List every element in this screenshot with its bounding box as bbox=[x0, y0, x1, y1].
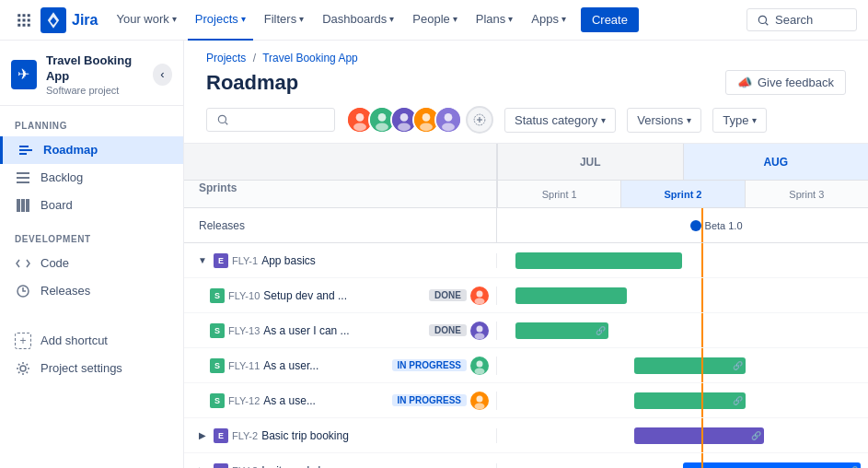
page-title: Roadmap bbox=[206, 71, 298, 95]
app-logo[interactable]: Jira bbox=[41, 7, 98, 33]
sidebar-item-releases[interactable]: Releases bbox=[0, 277, 183, 305]
nav-people[interactable]: People ▾ bbox=[405, 0, 464, 41]
sidebar-item-code[interactable]: Code bbox=[0, 250, 183, 277]
nav-apps[interactable]: Apps ▾ bbox=[524, 0, 573, 41]
row-right-fly3: 🔗 bbox=[497, 453, 868, 468]
svg-point-45 bbox=[475, 298, 485, 304]
breadcrumb-project-link[interactable]: Travel Booking App bbox=[262, 52, 358, 64]
row-right-fly11: 🔗 bbox=[497, 348, 868, 382]
status-badge-done: DONE bbox=[429, 289, 467, 301]
epic-icon: E bbox=[214, 428, 228, 443]
epic-row-fly3[interactable]: ▶ E FLY-3 Invite and share 🔗 bbox=[184, 453, 868, 468]
epic-row-fly1[interactable]: ▼ E FLY-1 App basics bbox=[184, 243, 868, 278]
release-line bbox=[701, 418, 703, 452]
page-header: Projects / Travel Booking App Roadmap 📣 … bbox=[184, 41, 868, 106]
status-category-filter[interactable]: Status category ▾ bbox=[504, 108, 616, 133]
add-avatar-button[interactable] bbox=[466, 106, 493, 134]
nav-projects[interactable]: Projects ▾ bbox=[188, 0, 253, 41]
row-left-fly3: ▶ E FLY-3 Invite and share bbox=[184, 463, 497, 469]
sprint-3: Sprint 3 bbox=[745, 181, 868, 207]
child-row-fly10[interactable]: S FLY-10 Setup dev and ... DONE bbox=[184, 278, 868, 313]
release-line bbox=[701, 243, 703, 277]
svg-rect-12 bbox=[19, 146, 29, 147]
sidebar-item-backlog[interactable]: Backlog bbox=[0, 164, 183, 192]
beta-dot bbox=[690, 220, 701, 231]
row-left-fly13: S FLY-13 As a user I can ... DONE bbox=[184, 322, 497, 340]
toolbar-search[interactable] bbox=[206, 108, 335, 132]
bar-fly2: 🔗 bbox=[634, 427, 764, 444]
roadmap-icon bbox=[17, 142, 34, 158]
sprint-2: Sprint 2 bbox=[620, 181, 744, 207]
release-line bbox=[701, 278, 703, 312]
roadmap-container: JUL AUG Sprints Sprint 1 Sprin bbox=[184, 143, 868, 468]
sidebar-item-project-settings[interactable]: Project settings bbox=[0, 355, 183, 382]
feedback-button[interactable]: 📣 Give feedback bbox=[725, 70, 846, 95]
sprint-label-cell: Sprints bbox=[184, 181, 497, 207]
svg-point-50 bbox=[477, 360, 483, 367]
svg-point-51 bbox=[475, 368, 485, 374]
svg-rect-0 bbox=[17, 14, 20, 17]
beta-release: Beta 1.0 bbox=[690, 220, 743, 231]
type-filter[interactable]: Type ▾ bbox=[712, 108, 767, 133]
story-icon: S bbox=[210, 358, 225, 373]
header-left-spacer bbox=[184, 144, 497, 180]
row-right-fly12: 🔗 bbox=[497, 383, 868, 417]
svg-point-26 bbox=[356, 113, 365, 122]
epic-row-fly2[interactable]: ▶ E FLY-2 Basic trip booking 🔗 bbox=[184, 418, 868, 453]
child-row-fly13[interactable]: S FLY-13 As a user I can ... DONE 🔗 bbox=[184, 313, 868, 348]
bar-fly11: 🔗 bbox=[634, 357, 746, 374]
add-shortcut-button[interactable]: + Add shortcut bbox=[0, 327, 183, 355]
sidebar-collapse-button[interactable]: ‹ bbox=[153, 64, 172, 86]
releases-label: Releases bbox=[184, 208, 497, 242]
release-line bbox=[701, 453, 703, 468]
main-content: Projects / Travel Booking App Roadmap 📣 … bbox=[184, 41, 868, 468]
sidebar-item-board[interactable]: Board bbox=[0, 192, 183, 219]
bar-fly12: 🔗 bbox=[634, 392, 746, 409]
svg-point-39 bbox=[442, 123, 455, 131]
expand-fly3[interactable]: ▶ bbox=[195, 463, 210, 469]
sidebar: ✈ Travel Booking App Software project ‹ … bbox=[0, 41, 184, 468]
bar-fly1 bbox=[515, 252, 682, 269]
month-header-row: JUL AUG bbox=[184, 144, 868, 181]
sprint-cells: Sprint 1 Sprint 2 Sprint 3 bbox=[497, 181, 868, 207]
svg-point-32 bbox=[400, 113, 409, 122]
expand-fly1[interactable]: ▼ bbox=[195, 253, 210, 268]
chevron-down-icon: ▾ bbox=[299, 14, 304, 24]
story-icon: S bbox=[210, 288, 225, 303]
svg-rect-2 bbox=[28, 14, 30, 17]
bar-fly3: 🔗 bbox=[683, 462, 861, 469]
search-button[interactable]: Search bbox=[746, 8, 857, 31]
avatar[interactable] bbox=[434, 106, 462, 134]
svg-point-38 bbox=[445, 113, 453, 122]
create-button[interactable]: Create bbox=[581, 7, 639, 32]
breadcrumb-projects-link[interactable]: Projects bbox=[206, 52, 246, 64]
nav-dashboards[interactable]: Dashboards ▾ bbox=[315, 0, 401, 41]
child-row-fly12[interactable]: S FLY-12 As a use... IN PROGRESS 🔗 bbox=[184, 383, 868, 418]
svg-rect-17 bbox=[17, 181, 29, 183]
status-badge-inprogress: IN PROGRESS bbox=[392, 394, 467, 406]
releases-icon bbox=[15, 283, 31, 299]
svg-rect-15 bbox=[17, 172, 29, 174]
svg-point-22 bbox=[20, 366, 26, 371]
nav-plans[interactable]: Plans ▾ bbox=[469, 0, 521, 41]
nav-filters[interactable]: Filters ▾ bbox=[257, 0, 311, 41]
svg-point-48 bbox=[475, 333, 485, 339]
grid-icon[interactable] bbox=[11, 7, 37, 33]
release-line bbox=[701, 313, 703, 347]
sprint-1: Sprint 1 bbox=[497, 181, 620, 207]
sidebar-item-roadmap[interactable]: Roadmap bbox=[0, 136, 183, 164]
nav-your-work[interactable]: Your work ▾ bbox=[109, 0, 183, 41]
svg-rect-8 bbox=[28, 23, 30, 26]
row-avatar bbox=[470, 392, 489, 410]
expand-fly2[interactable]: ▶ bbox=[195, 428, 210, 443]
child-row-fly11[interactable]: S FLY-11 As a user... IN PROGRESS 🔗 bbox=[184, 348, 868, 383]
development-section-label: DEVELOPMENT bbox=[0, 219, 183, 250]
chevron-down-icon: ▾ bbox=[389, 14, 394, 24]
backlog-icon bbox=[15, 170, 31, 186]
month-aug: AUG bbox=[683, 144, 869, 180]
svg-point-30 bbox=[376, 123, 388, 131]
versions-filter[interactable]: Versions ▾ bbox=[627, 108, 701, 133]
chevron-down-icon: ▾ bbox=[601, 115, 606, 125]
svg-point-33 bbox=[398, 123, 411, 131]
svg-rect-5 bbox=[28, 18, 30, 21]
